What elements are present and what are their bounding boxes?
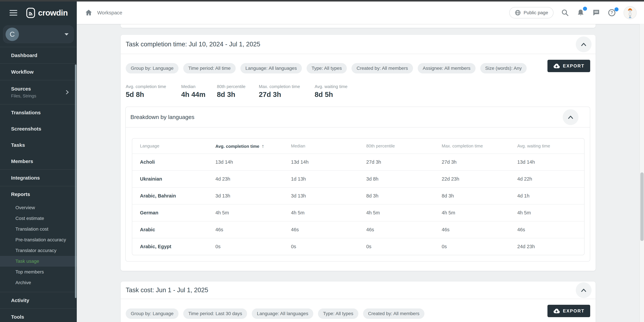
filter-chip-group-by[interactable]: Group by: Language: [126, 309, 178, 319]
filter-chip-created-by[interactable]: Created by: All members: [363, 309, 424, 319]
language-cell: Arabic: [132, 221, 216, 238]
notification-badge: [583, 7, 587, 11]
filter-chip-group-by[interactable]: Group by: Language: [126, 63, 178, 73]
value-cell: 3d 8h: [366, 170, 442, 187]
table-header-row: LanguageAvg. completion time↑Median80th …: [132, 139, 584, 154]
filter-chip-time-period[interactable]: Time period: Last 30 days: [183, 309, 247, 319]
help-icon[interactable]: ?: [608, 9, 616, 17]
sidebar-item-top-members[interactable]: Top members: [0, 267, 77, 277]
search-icon[interactable]: [561, 9, 569, 16]
sidebar-item-cost-estimate[interactable]: Cost estimate: [0, 213, 77, 224]
column-header-80th-percentile[interactable]: 80th percentile: [366, 139, 442, 154]
sidebar-item-pre-translation-accuracy[interactable]: Pre-translation accuracy: [0, 234, 77, 245]
sidebar-item-label: Dashboard: [11, 53, 38, 58]
column-header-label: 80th percentile: [366, 144, 395, 149]
sidebar-item-dashboard[interactable]: Dashboard: [0, 47, 77, 63]
chevron-up-icon: [581, 42, 586, 46]
column-header-language[interactable]: Language: [132, 139, 216, 154]
messages-icon[interactable]: [592, 9, 600, 16]
crowdin-logo[interactable]: crowdin: [26, 7, 68, 18]
sidebar-item-activity[interactable]: Activity: [0, 292, 77, 309]
stat-80th-percentile: 80th percentile8d 3h: [217, 84, 259, 99]
value-cell: 27d 3h: [366, 154, 442, 170]
public-page-button[interactable]: Public page: [509, 7, 554, 18]
notifications-icon[interactable]: [576, 9, 585, 17]
help-badge: [614, 7, 618, 11]
sidebar-item-label: Translations: [11, 110, 41, 116]
value-cell: 0s: [291, 238, 366, 255]
sidebar-item-tools[interactable]: Tools: [0, 309, 77, 322]
column-header-avg-waiting-time[interactable]: Avg. waiting time: [517, 139, 584, 154]
sidebar-item-label: Translator accuracy: [16, 248, 56, 253]
column-header-median[interactable]: Median: [291, 139, 366, 154]
sidebar-item-integrations[interactable]: Integrations: [0, 170, 77, 186]
value-cell: 22d 23h: [442, 170, 517, 187]
filter-chip-type[interactable]: Type: All types: [318, 309, 358, 319]
sidebar-item-label: Sources: [11, 86, 36, 92]
sidebar-item-task-usage[interactable]: Task usage: [0, 256, 77, 267]
collapse-task-completion-button[interactable]: [576, 36, 592, 52]
sidebar-scrollbar-thumb[interactable]: [75, 64, 76, 298]
sidebar-item-translation-cost[interactable]: Translation cost: [0, 224, 77, 234]
sidebar-item-tasks[interactable]: Tasks: [0, 137, 77, 153]
project-selector-wrap: C: [0, 24, 77, 47]
nav-group: Integrations: [0, 170, 77, 186]
sidebar-item-translations[interactable]: Translations: [0, 104, 77, 121]
table-body: Acholi13d 14h13d 14h27d 3h27d 3h13d 14hU…: [132, 154, 584, 255]
value-cell: 0s: [216, 238, 291, 255]
sidebar-item-label: Screenshots: [11, 126, 41, 132]
page-scrollbar-thumb[interactable]: [640, 172, 644, 241]
sidebar-item-translator-accuracy[interactable]: Translator accuracy: [0, 245, 77, 256]
value-cell: 4h 5m: [291, 204, 366, 221]
language-cell: Arabic, Bahrain: [132, 187, 216, 204]
filter-chip-language[interactable]: Language: All languages: [240, 63, 302, 73]
sidebar-item-workflow[interactable]: Workflow: [0, 64, 77, 80]
breakdown-title: Breakdown by languages: [130, 114, 194, 120]
language-cell: Arabic, Egypt: [132, 238, 216, 255]
value-cell: 3d 13h: [216, 187, 291, 204]
page-scrollbar[interactable]: [640, 24, 644, 322]
sidebar-item-archive[interactable]: Archive: [0, 277, 77, 288]
sidebar-item-overview[interactable]: Overview: [0, 202, 77, 213]
project-selector[interactable]: C: [3, 25, 74, 43]
value-cell: 27d 3h: [442, 154, 517, 170]
filter-chip-time-period[interactable]: Time period: All time: [183, 63, 236, 73]
column-header-label: Median: [291, 144, 305, 149]
user-avatar[interactable]: [624, 6, 636, 19]
export-label: EXPORT: [563, 309, 584, 314]
stat-avg-waiting-time: Avg. waiting time8d 5h: [314, 84, 348, 99]
column-header-avg-completion-time[interactable]: Avg. completion time↑: [216, 139, 291, 154]
sidebar-item-screenshots[interactable]: Screenshots: [0, 121, 77, 137]
sidebar-item-sources[interactable]: SourcesFiles, Strings: [0, 80, 77, 104]
filter-chip-size-words[interactable]: Size (words): Any: [480, 63, 527, 73]
sidebar-item-members[interactable]: Members: [0, 153, 77, 169]
export-completion-button[interactable]: EXPORT: [548, 60, 590, 72]
filter-chip-assignee[interactable]: Assignee: All members: [418, 63, 476, 73]
value-cell: 46s: [216, 221, 291, 238]
collapse-task-cost-button[interactable]: [576, 282, 592, 298]
value-cell: 4h 5m: [216, 204, 291, 221]
export-cost-button[interactable]: EXPORT: [548, 305, 590, 317]
sidebar-item-label: Top members: [16, 269, 44, 275]
collapse-breakdown-button[interactable]: [563, 109, 578, 125]
filter-chip-created-by[interactable]: Created by: All members: [352, 63, 413, 73]
task-cost-title: Task cost: Jun 1 - Jul 1, 2025: [126, 287, 208, 294]
filter-chip-type[interactable]: Type: All types: [306, 63, 347, 73]
column-header-max-completion-time[interactable]: Max. completion time: [442, 139, 517, 154]
home-icon[interactable]: [85, 9, 92, 16]
sidebar-nav: DashboardWorkflowSourcesFiles, StringsTr…: [0, 47, 77, 322]
stat-label: 80th percentile: [217, 84, 259, 89]
cost-filters: Group by: LanguageTime period: Last 30 d…: [126, 309, 545, 319]
breakdown-table-wrap: LanguageAvg. completion time↑Median80th …: [132, 138, 584, 255]
menu-icon[interactable]: [10, 10, 17, 15]
stat-label: Max. completion time: [259, 84, 314, 89]
project-avatar: C: [6, 28, 19, 41]
sidebar-item-reports[interactable]: Reports: [0, 186, 77, 202]
value-cell: 4h 5m: [442, 204, 517, 221]
sort-ascending-icon: ↑: [262, 143, 264, 149]
filter-chip-language[interactable]: Language: All languages: [252, 309, 313, 319]
task-completion-title: Task completion time: Jul 10, 2024 - Jul…: [126, 41, 260, 48]
value-cell: 24d 23h: [517, 238, 584, 255]
sidebar-item-label: Workflow: [11, 69, 34, 75]
breadcrumb-workspace[interactable]: Workspace: [97, 10, 122, 15]
